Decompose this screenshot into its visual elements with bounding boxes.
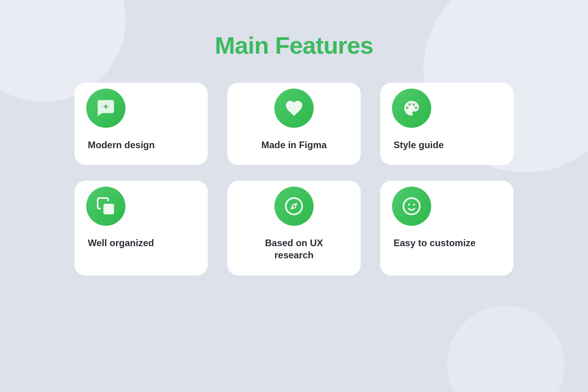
feature-label-made-in-figma: Made in Figma xyxy=(261,139,327,151)
heart-icon xyxy=(284,98,304,118)
feature-label-easy-customize: Easy to customize xyxy=(392,237,475,249)
modern-design-icon-circle xyxy=(86,89,125,128)
svg-point-3 xyxy=(415,107,417,109)
ux-research-icon-circle xyxy=(274,187,314,226)
feature-label-style-guide: Style guide xyxy=(392,139,444,151)
feature-card-easy-customize: Easy to customize xyxy=(380,181,514,275)
well-organized-icon-circle xyxy=(86,187,125,226)
made-in-figma-icon-circle xyxy=(274,89,314,128)
compass-icon xyxy=(284,196,304,216)
feature-card-ux-research: Based on UX research xyxy=(227,181,361,275)
svg-point-1 xyxy=(408,103,411,106)
copy-icon xyxy=(96,196,116,216)
palette-icon xyxy=(402,98,421,118)
feature-card-style-guide: Style guide xyxy=(380,83,514,165)
style-guide-icon-circle xyxy=(392,89,431,128)
page-title: Main Features xyxy=(215,31,373,59)
page-container: Main Features Modern design Made in Figm… xyxy=(0,0,588,276)
svg-point-8 xyxy=(403,198,420,214)
features-grid: Modern design Made in Figma xyxy=(74,83,514,276)
easy-customize-icon-circle xyxy=(392,187,431,226)
feature-card-modern-design: Modern design xyxy=(74,83,208,165)
feature-card-well-organized: Well organized xyxy=(74,181,208,275)
svg-point-0 xyxy=(406,107,408,109)
feature-label-well-organized: Well organized xyxy=(86,237,154,249)
feature-label-modern-design: Modern design xyxy=(86,139,155,151)
svg-point-9 xyxy=(408,204,410,206)
bg-circle-bottom-right xyxy=(447,306,564,392)
svg-point-7 xyxy=(293,205,295,207)
svg-rect-4 xyxy=(103,204,114,214)
smiley-icon xyxy=(402,196,421,216)
sparkle-badge-icon xyxy=(96,98,116,118)
svg-point-10 xyxy=(413,204,415,206)
feature-label-ux-research: Based on UX research xyxy=(265,237,323,261)
svg-point-2 xyxy=(412,103,415,106)
feature-card-made-in-figma: Made in Figma xyxy=(227,83,361,165)
